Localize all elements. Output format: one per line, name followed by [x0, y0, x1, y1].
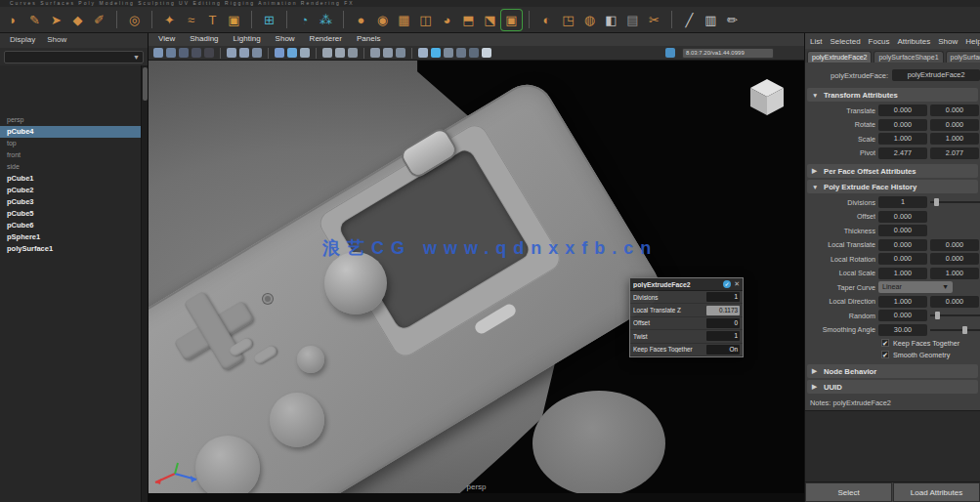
lasso-tool-icon[interactable] — [166, 48, 176, 58]
spark-icon[interactable] — [482, 48, 491, 58]
snap-grid-icon[interactable] — [227, 48, 236, 58]
list-item[interactable]: pCube3 — [0, 196, 140, 208]
hud-row-value[interactable]: 1 — [706, 292, 740, 302]
sphere-project-icon[interactable]: ◔ — [294, 10, 315, 30]
lights-icon[interactable] — [456, 48, 466, 58]
text-tool-icon[interactable]: T — [202, 10, 223, 30]
attribute-field[interactable]: 0.000 — [930, 119, 979, 131]
attribute-field[interactable]: 0.000 — [878, 225, 927, 236]
list-item[interactable]: front — [0, 149, 140, 161]
section-header[interactable]: ▶UUID — [807, 380, 978, 394]
chevron-down-icon[interactable]: ▼ — [133, 54, 140, 61]
curve-point-icon[interactable]: ◗ — [3, 10, 23, 30]
attribute-field[interactable]: 0.000 — [930, 239, 979, 251]
move-tool-icon[interactable] — [192, 48, 201, 58]
lightning-icon[interactable] — [287, 48, 297, 58]
ae-menu-focus[interactable]: Focus — [869, 37, 890, 46]
hud-row-value[interactable]: 0.1173 — [706, 306, 740, 315]
layout-four-icon[interactable] — [335, 48, 345, 58]
checkbox[interactable]: ✔ — [881, 339, 889, 347]
textured-icon[interactable] — [444, 48, 453, 58]
attribute-field[interactable]: 1.000 — [930, 133, 979, 145]
attribute-field[interactable]: 1.000 — [930, 268, 979, 279]
isolate-select-icon[interactable] — [665, 48, 675, 58]
viewport-menu-lighting[interactable]: Lighting — [234, 34, 261, 46]
attribute-field[interactable]: 0.000 — [930, 296, 979, 308]
snap-point-icon[interactable] — [252, 48, 262, 58]
slider-thumb[interactable] — [935, 312, 940, 319]
pin-icon[interactable]: ✓ — [723, 280, 731, 288]
ik-handle-icon[interactable] — [275, 48, 284, 58]
diamond-cv-icon[interactable]: ◆ — [67, 10, 88, 30]
slider-thumb[interactable] — [962, 326, 967, 334]
hud-row-value[interactable]: 1 — [706, 331, 740, 341]
nurbs-circle-icon[interactable]: ◎ — [124, 10, 145, 30]
attribute-field[interactable]: 1.000 — [878, 296, 927, 308]
poly-sphere-icon[interactable]: ● — [351, 10, 371, 30]
star-primitive-icon[interactable]: ✦ — [159, 10, 180, 30]
select-button[interactable]: Select — [805, 482, 892, 502]
ae-menu-selected[interactable]: Selected — [830, 37, 860, 46]
cluster-icon[interactable]: ⁂ — [316, 10, 336, 30]
list-item[interactable]: pCube4 — [0, 126, 148, 138]
ae-menu-show[interactable]: Show — [938, 37, 958, 46]
viewport-menu-view[interactable]: View — [158, 34, 175, 46]
notes-textarea[interactable] — [805, 410, 980, 482]
attribute-field[interactable]: 30.00 — [878, 324, 927, 336]
viewport-3d[interactable]: 浪艺CG www.qdnxxfb.cn polyExtrudeFace2 ✓ ✕… — [149, 61, 804, 502]
pen-icon[interactable] — [300, 48, 310, 58]
grid-toggle-icon[interactable] — [383, 48, 393, 58]
snap-curve-icon[interactable] — [239, 48, 249, 58]
poly-cylinder-icon[interactable]: ◫ — [415, 10, 436, 30]
list-item[interactable]: pSphere1 — [0, 231, 140, 243]
attribute-field[interactable]: 0.000 — [878, 105, 927, 116]
ae-menu-list[interactable]: List — [810, 37, 822, 46]
list-item[interactable]: pCube5 — [0, 208, 140, 220]
attribute-field[interactable]: 1.000 — [878, 268, 927, 279]
attribute-field[interactable]: 0.000 — [878, 253, 927, 265]
poly-torus-icon[interactable]: ◉ — [372, 10, 393, 30]
list-item[interactable]: polySurface1 — [0, 243, 140, 255]
paint-select-icon[interactable] — [179, 48, 189, 58]
attribute-field[interactable]: 2.077 — [930, 147, 979, 159]
sculpt-tool-icon[interactable]: ▥ — [701, 10, 721, 30]
attribute-field[interactable]: 2.477 — [878, 147, 927, 159]
attribute-field[interactable]: 0.000 — [878, 239, 927, 251]
viewport-menu-show[interactable]: Show — [276, 34, 295, 46]
attribute-field[interactable]: 0.000 — [930, 105, 979, 116]
viewport-menu-shading[interactable]: Shading — [190, 34, 218, 46]
list-item[interactable]: side — [0, 161, 140, 173]
shading-wire-icon[interactable] — [418, 48, 428, 58]
load-attributes-button[interactable]: Load Attributes — [893, 482, 980, 502]
attribute-slider[interactable] — [930, 329, 980, 331]
slider-thumb[interactable] — [934, 198, 939, 206]
text-curve-icon[interactable]: ✐ — [89, 10, 109, 30]
outliner-scrollbar[interactable] — [141, 65, 148, 502]
attribute-field[interactable]: 0.000 — [878, 310, 927, 321]
layout-split-icon[interactable] — [348, 48, 358, 58]
list-item[interactable]: pCube1 — [0, 173, 140, 185]
view-cube[interactable] — [746, 76, 788, 119]
close-icon[interactable]: ✕ — [734, 280, 740, 288]
extrude-icon[interactable]: ⬒ — [458, 10, 479, 30]
section-header[interactable]: ▶Per Face Offset Attributes — [807, 164, 978, 178]
viewport-menu-panels[interactable]: Panels — [357, 34, 380, 46]
shading-smooth-icon[interactable] — [431, 48, 441, 58]
scrollbar-thumb[interactable] — [143, 67, 148, 101]
viewport-menu-renderer[interactable]: Renderer — [310, 34, 342, 46]
smooth-mesh-icon[interactable]: ◍ — [579, 10, 600, 30]
create-polygon-icon[interactable]: ╱ — [679, 10, 700, 30]
tab-polySurfaceShape1[interactable]: polySurfaceShape1 — [873, 51, 943, 63]
shadows-icon[interactable] — [469, 48, 479, 58]
rotate-tool-icon[interactable] — [204, 48, 214, 58]
hud-row-value[interactable]: On — [706, 345, 740, 355]
list-item[interactable]: pCube2 — [0, 185, 140, 196]
poly-plane-icon[interactable]: ▦ — [394, 10, 414, 30]
attribute-slider[interactable] — [930, 201, 980, 203]
poly-cone-icon[interactable]: ◕ — [437, 10, 457, 30]
shelf-tab-strip[interactable]: Curves Surfaces Poly Modeling Sculpting … — [0, 0, 980, 7]
attribute-field[interactable]: 0.000 — [930, 253, 979, 265]
list-item[interactable]: pCube6 — [0, 220, 140, 231]
outliner-search-input[interactable]: ▼ — [4, 51, 144, 63]
node-name-field[interactable]: polyExtrudeFace2 — [892, 69, 980, 81]
